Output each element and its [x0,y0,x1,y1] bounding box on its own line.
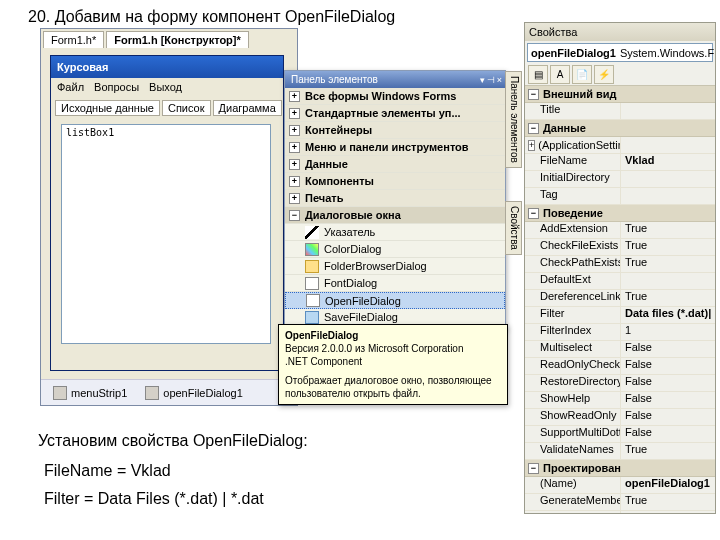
sidetab-toolbox[interactable]: Панель элементов [505,71,522,168]
cat-print[interactable]: +Печать [285,190,505,207]
prop-behavior-3[interactable]: DefaultExt [525,273,715,290]
prop-behavior-8[interactable]: ReadOnlyCheckeFalse [525,358,715,375]
apptab-list[interactable]: Список [162,100,211,116]
prop-behavior-9[interactable]: RestoreDirectoryFalse [525,375,715,392]
prop-value[interactable] [621,103,715,119]
prop-value[interactable]: Private [621,511,715,513]
tab-formh[interactable]: Form1.h* [43,31,104,48]
prop-value[interactable]: Vklad [621,154,715,170]
item-pointer[interactable]: Указатель [285,224,505,241]
prop-design-0[interactable]: (Name)openFileDialog1 [525,477,715,494]
tray-openfiledialog[interactable]: openFileDialog1 [145,386,243,400]
prop-initialdirectory[interactable]: InitialDirectory [525,171,715,188]
expand-icon: + [289,91,300,102]
item-label: SaveFileDialog [324,311,398,323]
toolbox-dropdown-icon[interactable]: ▾ [480,75,485,85]
cat-data[interactable]: −Данные [525,120,715,137]
prop-filename[interactable]: FileNameVklad [525,154,715,171]
apptab-chart[interactable]: Диаграмма [213,100,282,116]
prop-value[interactable]: True [621,443,715,459]
menu-file[interactable]: Файл [57,81,84,93]
prop-value[interactable]: False [621,358,715,374]
prop-behavior-1[interactable]: CheckFileExistsTrue [525,239,715,256]
prop-behavior-10[interactable]: ShowHelpFalse [525,392,715,409]
prop-behavior-0[interactable]: AddExtensionTrue [525,222,715,239]
app-window: Курсовая Файл Вопросы Выход Исходные дан… [50,55,284,371]
prop-value[interactable] [621,137,715,153]
expand-icon: + [289,193,300,204]
cat-appearance[interactable]: −Внешний вид [525,86,715,103]
prop-value[interactable]: 1 [621,324,715,340]
expand-icon: + [289,125,300,136]
prop-value[interactable]: True [621,222,715,238]
prop-name: Filter [525,307,621,323]
prop-value[interactable]: openFileDialog1 [621,477,715,493]
cat-design[interactable]: −Проектирован [525,460,715,477]
prop-value[interactable]: True [621,494,715,510]
apptab-source[interactable]: Исходные данные [55,100,160,116]
prop-value[interactable]: False [621,392,715,408]
item-label: FolderBrowserDialog [324,260,427,272]
toolbox-pin-icon[interactable]: ⊣ [487,75,495,85]
cat-standard[interactable]: +Стандартные элементы уп... [285,105,505,122]
menu-exit[interactable]: Выход [149,81,182,93]
tab-designer[interactable]: Form1.h [Конструктор]* [106,31,249,48]
cat-all-forms[interactable]: +Все формы Windows Forms [285,88,505,105]
cat-label: Все формы Windows Forms [305,90,456,102]
cat-data[interactable]: +Данные [285,156,505,173]
toolbox-titlebar: Панель элементов ▾ ⊣ × [285,71,505,88]
toolbox-close-icon[interactable]: × [497,75,502,85]
item-colordialog[interactable]: ColorDialog [285,241,505,258]
prop-behavior-7[interactable]: MultiselectFalse [525,341,715,358]
cat-behavior[interactable]: −Поведение [525,205,715,222]
properties-button[interactable]: 📄 [572,65,592,84]
prop-value[interactable] [621,273,715,289]
prop-behavior-4[interactable]: DereferenceLinksTrue [525,290,715,307]
prop-behavior-2[interactable]: CheckPathExistsTrue [525,256,715,273]
prop-value[interactable]: True [621,239,715,255]
collapse-icon: − [528,89,539,100]
prop-behavior-12[interactable]: SupportMultiDottFalse [525,426,715,443]
prop-behavior-5[interactable]: FilterData files (*.dat)| [525,307,715,324]
item-folderbrowser[interactable]: FolderBrowserDialog [285,258,505,275]
cat-label: Компоненты [305,175,374,187]
categorized-button[interactable]: ▤ [528,65,548,84]
toolbox-panel: Панель элементов ▾ ⊣ × +Все формы Window… [284,70,506,330]
cat-menus[interactable]: +Меню и панели инструментов [285,139,505,156]
collapse-icon: − [528,123,539,134]
prop-value[interactable] [621,171,715,187]
prop-behavior-13[interactable]: ValidateNamesTrue [525,443,715,460]
prop-behavior-11[interactable]: ShowReadOnlyFalse [525,409,715,426]
cat-dialogs[interactable]: −Диалоговые окна [285,207,505,224]
prop-tag[interactable]: Tag [525,188,715,205]
cat-components[interactable]: +Компоненты [285,173,505,190]
properties-object-select[interactable]: openFileDialog1 System.Windows.F [527,43,713,62]
prop-value[interactable]: True [621,290,715,306]
prop-value[interactable]: Data files (*.dat)| [621,307,715,323]
menu-questions[interactable]: Вопросы [94,81,139,93]
prop-value[interactable]: False [621,409,715,425]
item-label: ColorDialog [324,243,381,255]
prop-value[interactable]: True [621,256,715,272]
prop-name: ShowHelp [525,392,621,408]
prop-appsettings[interactable]: +(ApplicationSettin [525,137,715,154]
prop-value[interactable]: False [621,341,715,357]
prop-behavior-6[interactable]: FilterIndex1 [525,324,715,341]
properties-body: −Внешний вид Title −Данные +(Application… [525,86,715,513]
component-tray: menuStrip1 openFileDialog1 [41,379,297,405]
prop-design-1[interactable]: GenerateMembeTrue [525,494,715,511]
events-button[interactable]: ⚡ [594,65,614,84]
prop-value[interactable] [621,188,715,204]
item-openfiledialog[interactable]: OpenFileDialog [285,292,505,309]
item-fontdialog[interactable]: FontDialog [285,275,505,292]
prop-design-2[interactable]: ModifiersPrivate [525,511,715,513]
sidetab-properties[interactable]: Свойства [505,201,522,255]
cat-containers[interactable]: +Контейнеры [285,122,505,139]
prop-value[interactable]: False [621,426,715,442]
listbox-control[interactable]: listBox1 [61,124,271,344]
prop-value[interactable]: False [621,375,715,391]
tray-menustrip[interactable]: menuStrip1 [53,386,127,400]
alphabetical-button[interactable]: A [550,65,570,84]
prop-title[interactable]: Title [525,103,715,120]
prop-name: Tag [525,188,621,204]
